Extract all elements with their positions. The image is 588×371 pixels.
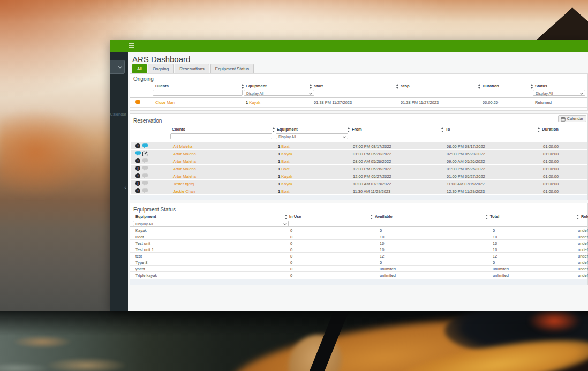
equipment-filter-select[interactable]: Display All <box>133 221 289 226</box>
status-filter-select[interactable]: Display All <box>533 90 585 96</box>
alert-icon[interactable]: ! <box>135 143 140 148</box>
from-cell: 10:00 AM 07/19/2022 <box>353 181 391 186</box>
column-header-clients[interactable]: Clients <box>172 127 185 132</box>
from-cell: 12:00 PM 05/27/2022 <box>353 174 391 179</box>
reservation-row[interactable]: !Art Maleha1 Boat07:00 PM 03/17/202208:0… <box>131 142 587 149</box>
tab-reservations[interactable]: Reservations <box>175 64 209 73</box>
tab-equipment-status[interactable]: Equipment Status <box>210 64 254 73</box>
reservation-row[interactable]: !Artur Maleha1 Kayak12:00 PM 05/27/20220… <box>131 172 587 179</box>
column-header-release[interactable]: Release <box>581 214 588 219</box>
client-cell[interactable]: Artur Maleha <box>173 152 196 156</box>
alert-icon[interactable]: ! <box>135 181 140 186</box>
equipment-row[interactable]: test01212undefined <box>130 253 587 259</box>
equipment-row[interactable]: Kayak055undefined <box>130 227 587 233</box>
comment-icon-active[interactable] <box>135 151 141 156</box>
equipment-link[interactable]: Boat <box>281 166 289 171</box>
sidebar-item-calendar[interactable]: Calendar <box>110 112 126 117</box>
client-cell[interactable]: Tester fgdfg <box>173 181 194 186</box>
client-cell[interactable]: Close Man <box>155 100 175 105</box>
comment-icon[interactable] <box>142 158 148 164</box>
reservation-row[interactable]: !Jackie Chan1 Boat11:30 AM 11/29/202312:… <box>131 187 587 194</box>
screenshot-stage: Calendar ‹ ARS Dashboard All Ongoing Res… <box>0 0 588 371</box>
sidebar-dropdown[interactable] <box>110 60 125 74</box>
calendar-button[interactable]: Calendar <box>558 115 586 122</box>
equipment-cell: 1 Kayak <box>278 152 292 156</box>
equipment-row[interactable]: Type 8055undefined <box>130 259 587 266</box>
comment-icon-active[interactable] <box>142 143 148 149</box>
equipment-row[interactable]: Triple kayak0unlimitedunlimitedundefined <box>130 272 587 278</box>
tab-ongoing[interactable]: Ongoing <box>148 64 174 73</box>
equipment-cell: 1 Boat <box>278 166 290 171</box>
reservation-row[interactable]: !Artur Maleha1 Boat12:00 PM 05/26/202201… <box>131 165 587 172</box>
equipment-row[interactable]: Test unit01010undefined <box>130 240 587 246</box>
column-header-equipment[interactable]: Equipment <box>246 84 267 88</box>
from-cell: 12:00 PM 05/26/2022 <box>353 166 391 171</box>
page-title: ARS Dashboard <box>132 55 190 64</box>
client-cell[interactable]: Artur Maleha <box>173 174 196 179</box>
equipment-link[interactable]: Kayak <box>281 152 292 156</box>
comment-icon[interactable] <box>142 188 148 194</box>
alert-icon[interactable]: ! <box>135 173 140 178</box>
equipment-row[interactable]: Test unit 101010undefined <box>130 246 587 253</box>
equipment-row[interactable]: yacht0unlimitedunlimitedundefined <box>130 266 587 272</box>
available-cell: 10 <box>380 241 384 246</box>
to-cell: 11:00 AM 07/19/2022 <box>447 181 485 186</box>
equipment-cell: 1 Boat <box>278 144 290 149</box>
total-cell: 5 <box>493 260 495 265</box>
equipment-link[interactable]: Boat <box>281 159 289 164</box>
column-header-to[interactable]: To <box>446 127 450 132</box>
comment-icon[interactable] <box>142 173 148 179</box>
reservation-row[interactable]: !Tester fgdfg1 Kayak10:00 AM 07/19/20221… <box>131 180 587 187</box>
client-cell[interactable]: Artur Maleha <box>173 159 196 164</box>
column-header-from[interactable]: From <box>352 127 362 132</box>
duration-cell: 01:00:00 <box>543 159 559 164</box>
column-header-total[interactable]: Total <box>490 214 499 219</box>
reservation-row[interactable]: !Artur Maleha1 Boat08:00 AM 05/26/202209… <box>131 157 587 164</box>
clients-filter-input[interactable] <box>153 90 243 96</box>
equipment-link[interactable]: Kayak <box>281 181 292 186</box>
top-nav-bar <box>110 40 588 52</box>
clients-filter-input[interactable] <box>170 133 272 139</box>
comment-icon[interactable] <box>142 166 148 171</box>
column-header-equipment[interactable]: Equipment <box>277 127 298 132</box>
hamburger-menu-icon[interactable] <box>129 43 134 48</box>
in-use-cell: 0 <box>290 267 292 271</box>
comment-icon[interactable] <box>142 181 148 186</box>
column-header-stop[interactable]: Stop <box>401 84 410 88</box>
in-use-cell: 0 <box>290 228 292 233</box>
equipment-link[interactable]: Boat <box>281 144 289 149</box>
sidebar-collapse-icon[interactable]: ‹ <box>124 185 126 190</box>
column-header-available[interactable]: Available <box>375 214 393 219</box>
reservation-panel-footer <box>130 195 587 200</box>
in-use-cell: 0 <box>290 273 292 278</box>
column-header-duration[interactable]: Duration <box>483 84 499 88</box>
column-header-start[interactable]: Start <box>314 84 323 88</box>
to-cell: 08:00 PM 03/17/2022 <box>447 144 485 149</box>
equipment-cell: 1 Boat <box>278 159 290 164</box>
edit-icon[interactable] <box>142 151 148 156</box>
equipment-row[interactable]: Boat01010undefined <box>130 233 587 240</box>
column-header-clients[interactable]: Clients <box>155 84 169 88</box>
client-cell[interactable]: Artur Maleha <box>173 166 196 171</box>
equipment-link[interactable]: Kayak <box>281 174 292 179</box>
column-header-in-use[interactable]: In Use <box>289 214 301 219</box>
equipment-filter-select[interactable]: Display All <box>244 90 314 96</box>
alert-icon[interactable]: ! <box>135 188 140 193</box>
column-header-status[interactable]: Status <box>535 84 547 88</box>
client-cell[interactable]: Jackie Chan <box>173 189 195 194</box>
alert-icon[interactable]: ! <box>135 166 140 171</box>
column-header-equipment[interactable]: Equipment <box>135 214 156 219</box>
equipment-link[interactable]: Boat <box>281 189 289 194</box>
available-cell: 5 <box>380 260 382 265</box>
client-cell[interactable]: Art Maleha <box>173 144 192 149</box>
duration-cell: 01:00:00 <box>543 166 559 171</box>
alert-icon[interactable]: ! <box>135 158 140 163</box>
equipment-filter-select[interactable]: Display All <box>276 133 348 139</box>
chevron-down-icon <box>118 65 122 69</box>
chevron-down-icon <box>343 135 346 138</box>
column-header-duration[interactable]: Duration <box>542 127 559 132</box>
to-cell: 01:00 PM 05/26/2022 <box>447 166 485 171</box>
sort-icon <box>285 215 288 219</box>
tab-all[interactable]: All <box>132 64 147 73</box>
reservation-row[interactable]: Artur Maleha1 Kayak01:00 PM 05/20/202202… <box>131 150 587 157</box>
